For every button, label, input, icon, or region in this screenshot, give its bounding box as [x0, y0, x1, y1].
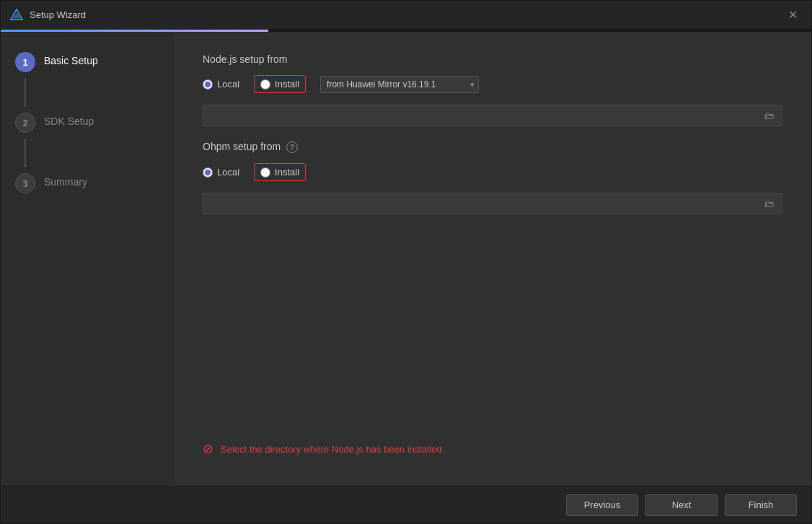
- nodejs-mirror-wrapper: from Huawei Mirror v16.19.1: [320, 76, 479, 93]
- ohpm-browse-icon: 🗁: [764, 198, 775, 209]
- right-panel: Node.js setup from Local Install from Hu…: [174, 32, 811, 486]
- nodejs-install-option[interactable]: Install: [260, 79, 299, 89]
- ohpm-radio-row: Local Install: [203, 163, 782, 181]
- error-text: Select the directory where Node.js has b…: [221, 444, 444, 455]
- titlebar: Setup Wizard ✕: [1, 1, 811, 30]
- step-connector-2-3: [25, 139, 26, 167]
- setup-wizard-window: Setup Wizard ✕ 1 Basic Setup 2 SDK Setup…: [0, 0, 812, 524]
- nodejs-radio-row: Local Install from Huawei Mirror v16.19.…: [203, 75, 782, 93]
- ohpm-local-label: Local: [217, 167, 239, 178]
- main-content: 1 Basic Setup 2 SDK Setup 3 Summary Node…: [1, 32, 811, 486]
- step-circle-3: 3: [15, 173, 35, 193]
- ohpm-file-row: 🗁: [203, 193, 782, 214]
- sidebar: 1 Basic Setup 2 SDK Setup 3 Summary: [1, 32, 174, 486]
- step-label-3: Summary: [44, 173, 87, 188]
- finish-button[interactable]: Finish: [725, 494, 797, 516]
- close-button[interactable]: ✕: [782, 5, 803, 25]
- ohpm-help-icon[interactable]: ?: [286, 141, 298, 153]
- app-logo-icon: [9, 8, 24, 22]
- step-item-3[interactable]: 3 Summary: [1, 167, 174, 199]
- nodejs-section-title: Node.js setup from: [203, 53, 782, 65]
- previous-button[interactable]: Previous: [566, 494, 638, 516]
- step-circle-2: 2: [15, 113, 35, 133]
- ohpm-section-title: Ohpm setup from ?: [203, 141, 782, 153]
- ohpm-path-input[interactable]: [203, 193, 756, 214]
- step-circle-1: 1: [15, 52, 35, 72]
- ohpm-local-radio[interactable]: [203, 167, 213, 178]
- step-label-1: Basic Setup: [44, 52, 98, 66]
- step-item-1[interactable]: 1 Basic Setup: [1, 46, 174, 78]
- window-title: Setup Wizard: [30, 9, 782, 20]
- next-button[interactable]: Next: [645, 494, 718, 516]
- ohpm-install-highlight: Install: [254, 163, 306, 181]
- step-connector-1-2: [25, 78, 26, 107]
- nodejs-mirror-select[interactable]: from Huawei Mirror v16.19.1: [320, 76, 479, 93]
- nodejs-install-radio[interactable]: [260, 79, 270, 89]
- nodejs-file-row: 🗁: [203, 105, 782, 126]
- ohpm-install-option[interactable]: Install: [260, 167, 299, 178]
- spacer: [203, 229, 782, 434]
- nodejs-install-highlight: Install: [254, 75, 306, 93]
- ohpm-title-text: Ohpm setup from: [203, 141, 281, 152]
- nodejs-local-label: Local: [217, 79, 239, 89]
- nodejs-install-label: Install: [275, 79, 299, 89]
- ohpm-install-radio[interactable]: [260, 167, 270, 178]
- nodejs-browse-button[interactable]: 🗁: [756, 105, 782, 126]
- error-icon: ⊘: [203, 441, 213, 457]
- nodejs-path-input[interactable]: [203, 105, 756, 126]
- bottom-bar: Previous Next Finish: [1, 486, 811, 523]
- step-item-2[interactable]: 2 SDK Setup: [1, 107, 174, 139]
- nodejs-local-radio[interactable]: [203, 79, 213, 89]
- step-label-2: SDK Setup: [44, 113, 94, 127]
- ohpm-install-label: Install: [275, 167, 299, 178]
- nodejs-browse-icon: 🗁: [764, 110, 775, 121]
- nodejs-local-option[interactable]: Local: [203, 79, 239, 89]
- ohpm-local-option[interactable]: Local: [203, 167, 239, 178]
- ohpm-browse-button[interactable]: 🗁: [756, 193, 782, 214]
- error-section: ⊘ Select the directory where Node.js has…: [203, 434, 782, 464]
